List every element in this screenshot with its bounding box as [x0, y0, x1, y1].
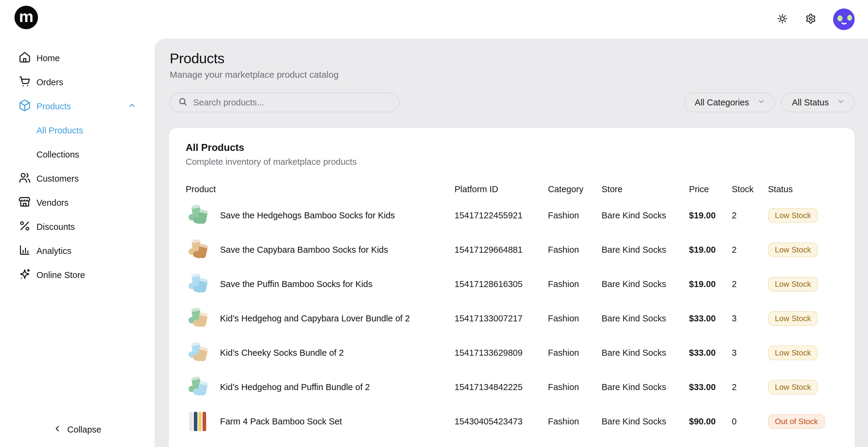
table-row[interactable]: Save the Hedgehogs Bamboo Socks for Kids… — [186, 198, 838, 232]
chevron-left-icon — [53, 424, 62, 435]
sidebar-item-home[interactable]: Home — [0, 46, 155, 70]
users-icon — [19, 171, 31, 186]
page-subtitle: Manage your marketplace product catalog — [170, 70, 855, 80]
sidebar-item-label: Orders — [36, 77, 63, 87]
product-thumbnail — [186, 375, 210, 399]
sidebar-item-all-products[interactable]: All Products — [0, 118, 155, 142]
table-row[interactable]: Save the Capybara Bamboo Socks for Kids … — [186, 232, 838, 267]
sun-icon — [777, 13, 788, 25]
product-cell: Farm 4 Pack Bamboo Sock Set — [186, 409, 455, 434]
sidebar: Home Orders Products All Products Collec… — [0, 38, 155, 447]
chevron-down-icon — [757, 97, 766, 108]
status-badge: Low Stock — [768, 243, 818, 257]
store-cell: Bare Kind Socks — [601, 314, 689, 323]
sidebar-item-online-store[interactable]: Online Store — [0, 263, 155, 287]
product-cell: Kid’s Hedgehog and Capybara Lover Bundle… — [186, 306, 455, 330]
sidebar-item-customers[interactable]: Customers — [0, 166, 155, 191]
status-badge: Low Stock — [768, 380, 818, 394]
stock-cell: 3 — [732, 348, 768, 358]
theme-toggle-button[interactable] — [776, 13, 788, 25]
price-cell: $19.00 — [689, 279, 732, 289]
status-filter-dropdown[interactable]: All Status — [781, 93, 855, 113]
category-filter-dropdown[interactable]: All Categories — [684, 93, 775, 113]
table-row[interactable]: Kid’s Hedgehog and Capybara Lover Bundle… — [186, 301, 838, 336]
table-header-row: Product Platform ID Category Store Price… — [186, 180, 838, 198]
sidebar-item-orders[interactable]: Orders — [0, 70, 155, 94]
product-cell: Save the Hedgehogs Bamboo Socks for Kids — [186, 203, 455, 227]
product-thumbnail — [186, 341, 210, 365]
status-badge: Out of Stock — [768, 414, 825, 429]
search-icon — [178, 97, 188, 108]
category-cell: Fashion — [548, 314, 601, 323]
column-header-platform-id[interactable]: Platform ID — [455, 184, 548, 194]
column-header-product[interactable]: Product — [186, 184, 455, 194]
user-avatar[interactable] — [833, 8, 855, 30]
percent-icon — [19, 220, 31, 234]
sidebar-item-label: Analytics — [36, 246, 71, 256]
brand-logo-letter: m — [19, 8, 33, 24]
status-badge: Low Stock — [768, 346, 818, 360]
page-title: Products — [170, 50, 855, 67]
stock-cell: 3 — [732, 314, 768, 323]
product-thumbnail — [186, 272, 210, 296]
main-panel: Products Manage your marketplace product… — [155, 38, 868, 447]
bar-chart-icon — [19, 244, 31, 258]
product-thumbnail — [186, 306, 210, 330]
chevron-up-icon — [127, 101, 136, 112]
table-row[interactable]: Farm 4 Pack Bamboo Sock Set 154304054234… — [186, 404, 838, 439]
platform-id-cell: 15417128616305 — [455, 279, 548, 289]
category-cell: Fashion — [548, 382, 601, 392]
collapse-label: Collapse — [67, 425, 101, 435]
cart-icon — [19, 75, 31, 90]
column-header-stock[interactable]: Stock — [732, 184, 768, 194]
sidebar-collapse-button[interactable]: Collapse — [0, 420, 155, 439]
price-cell: $33.00 — [689, 382, 732, 392]
product-thumbnail — [186, 203, 210, 227]
category-cell: Fashion — [548, 348, 601, 358]
column-header-category[interactable]: Category — [548, 184, 601, 194]
product-name: Farm 4 Pack Bamboo Sock Set — [220, 417, 342, 426]
status-badge: Low Stock — [768, 311, 818, 326]
sidebar-item-label: Home — [36, 53, 60, 63]
sidebar-item-label: All Products — [36, 126, 83, 135]
sidebar-item-label: Vendors — [36, 198, 68, 208]
column-header-status[interactable]: Status — [768, 184, 838, 194]
products-card: All Products Complete inventory of marke… — [169, 128, 855, 447]
status-cell: Low Stock — [768, 311, 838, 326]
search-input[interactable] — [193, 98, 391, 107]
table-row[interactable]: Save the Puffin Bamboo Socks for Kids 15… — [186, 267, 838, 301]
store-cell: Bare Kind Socks — [601, 279, 689, 289]
store-cell: Bare Kind Socks — [601, 211, 689, 221]
sidebar-item-label: Discounts — [36, 222, 75, 232]
status-badge: Low Stock — [768, 277, 818, 292]
product-name: Kid’s Hedgehog and Capybara Lover Bundle… — [220, 314, 410, 323]
sidebar-item-products[interactable]: Products — [0, 94, 155, 118]
column-header-price[interactable]: Price — [689, 184, 732, 194]
sidebar-item-analytics[interactable]: Analytics — [0, 239, 155, 263]
table-body: Save the Hedgehogs Bamboo Socks for Kids… — [186, 198, 838, 439]
table-row[interactable]: Kid’s Cheeky Socks Bundle of 2 154171336… — [186, 336, 838, 370]
status-badge: Low Stock — [768, 208, 818, 223]
sidebar-item-label: Products — [36, 101, 71, 111]
card-subtitle: Complete inventory of marketplace produc… — [186, 157, 838, 167]
sidebar-item-collections[interactable]: Collections — [0, 142, 155, 166]
status-cell: Out of Stock — [768, 414, 838, 429]
price-cell: $19.00 — [689, 245, 732, 255]
stock-cell: 2 — [732, 211, 768, 221]
brand-logo[interactable]: m — [14, 6, 38, 29]
product-name: Save the Capybara Bamboo Socks for Kids — [220, 245, 388, 255]
filter-row: All Categories All Status — [170, 93, 855, 113]
price-cell: $19.00 — [689, 211, 732, 221]
status-cell: Low Stock — [768, 346, 838, 360]
product-name: Kid’s Cheeky Socks Bundle of 2 — [220, 348, 344, 358]
category-cell: Fashion — [548, 279, 601, 289]
avatar-face-icon — [833, 8, 855, 30]
column-header-store[interactable]: Store — [601, 184, 689, 194]
product-cell: Save the Capybara Bamboo Socks for Kids — [186, 238, 455, 262]
product-name: Save the Hedgehogs Bamboo Socks for Kids — [220, 211, 395, 221]
sidebar-item-vendors[interactable]: Vendors — [0, 191, 155, 215]
status-cell: Low Stock — [768, 208, 838, 223]
sidebar-item-discounts[interactable]: Discounts — [0, 215, 155, 239]
settings-button[interactable] — [805, 13, 817, 25]
table-row[interactable]: Kid’s Hedgehog and Puffin Bundle of 2 15… — [186, 370, 838, 404]
